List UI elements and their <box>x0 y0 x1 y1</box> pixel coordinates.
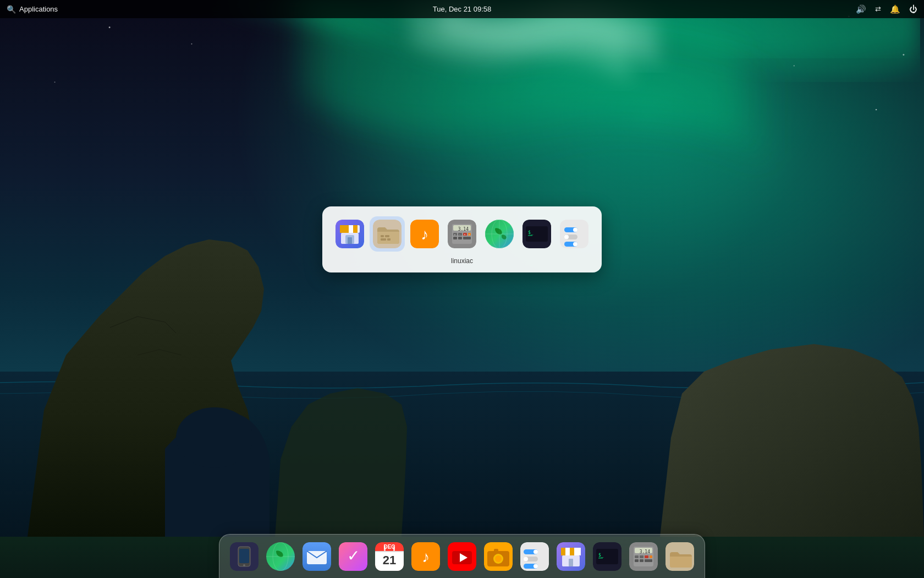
svg-rect-21 <box>381 238 386 241</box>
svg-text:$_: $_ <box>528 230 534 235</box>
app-switcher: ♪ 3.14 + - × <box>322 206 602 272</box>
svg-text:+: + <box>454 233 456 236</box>
svg-rect-13 <box>349 225 353 233</box>
notifications-icon[interactable]: 🔔 <box>890 4 900 14</box>
svg-text:×: × <box>464 233 466 236</box>
svg-rect-74 <box>384 546 386 551</box>
dock-mail[interactable] <box>301 541 333 572</box>
svg-point-92 <box>534 564 538 568</box>
svg-text:÷: ÷ <box>469 233 470 236</box>
dock-toggle[interactable] <box>519 541 551 572</box>
svg-text:3.14: 3.14 <box>458 227 469 232</box>
svg-rect-112 <box>650 555 652 558</box>
svg-rect-34 <box>458 237 462 239</box>
volume-icon[interactable]: 🔊 <box>856 4 866 14</box>
svg-rect-17 <box>348 237 352 244</box>
svg-rect-100 <box>569 559 573 566</box>
dock-terminal[interactable]: $_ <box>591 541 623 572</box>
svg-text:$_: $_ <box>598 553 604 558</box>
switcher-terminal-icon[interactable]: $_ <box>519 216 554 252</box>
dock-store[interactable] <box>555 541 587 572</box>
network-icon[interactable]: ⇄ <box>875 5 881 13</box>
svg-rect-98 <box>574 548 581 555</box>
svg-rect-75 <box>393 546 395 551</box>
dock-files[interactable] <box>664 541 696 572</box>
dock-youtube[interactable] <box>446 541 478 572</box>
svg-rect-85 <box>494 549 498 552</box>
search-icon: 🔍 <box>7 5 16 14</box>
svg-text:3.14: 3.14 <box>640 549 650 554</box>
svg-point-54 <box>564 235 569 239</box>
switcher-browser-icon[interactable] <box>482 216 517 252</box>
switcher-files-icon[interactable] <box>370 216 405 252</box>
dock-tasks[interactable]: ✓ <box>337 541 369 572</box>
svg-text:♪: ♪ <box>421 226 428 243</box>
svg-rect-33 <box>453 237 457 239</box>
svg-rect-114 <box>640 559 644 562</box>
dock-photos[interactable] <box>482 541 514 572</box>
app-label[interactable]: Applications <box>19 5 58 13</box>
switcher-toggle-icon[interactable] <box>557 216 592 252</box>
svg-rect-111 <box>645 555 648 558</box>
power-icon[interactable]: ⏻ <box>909 4 917 14</box>
svg-point-90 <box>524 557 528 561</box>
dock-browser[interactable] <box>265 541 296 572</box>
dock-scrcpy[interactable] <box>228 541 260 572</box>
svg-rect-49 <box>528 235 532 236</box>
switcher-label: linuxiac <box>451 257 473 265</box>
svg-rect-22 <box>387 238 391 241</box>
svg-rect-14 <box>353 225 358 233</box>
dock: ✓ DEC 21 ♪ <box>219 534 705 578</box>
menubar-datetime: Tue, Dec 21 09:58 <box>433 5 491 13</box>
svg-rect-11 <box>340 225 344 233</box>
svg-rect-115 <box>645 559 652 562</box>
app-switcher-icons: ♪ 3.14 + - × <box>332 216 592 252</box>
menubar: 🔍 Applications Tue, Dec 21 09:58 🔊 ⇄ 🔔 ⏻ <box>0 0 924 18</box>
svg-rect-113 <box>635 559 639 562</box>
svg-point-8 <box>176 407 253 468</box>
svg-text:♪: ♪ <box>422 548 430 565</box>
svg-rect-20 <box>385 235 389 237</box>
svg-rect-97 <box>570 548 574 555</box>
svg-rect-95 <box>561 548 565 555</box>
switcher-music-icon[interactable]: ♪ <box>407 216 442 252</box>
svg-rect-109 <box>635 555 639 558</box>
svg-rect-12 <box>344 225 349 233</box>
svg-rect-104 <box>598 558 603 559</box>
svg-rect-35 <box>463 237 471 239</box>
svg-rect-59 <box>239 549 249 563</box>
svg-rect-96 <box>565 548 570 555</box>
switcher-calculator-icon[interactable]: 3.14 + - × ÷ <box>444 216 480 252</box>
svg-point-56 <box>573 242 578 247</box>
dock-calculator[interactable]: 3.14 <box>628 541 659 572</box>
dock-calendar[interactable]: DEC 21 <box>373 541 405 572</box>
menubar-left: 🔍 Applications <box>7 5 58 14</box>
svg-rect-110 <box>640 555 644 558</box>
svg-text:✓: ✓ <box>347 547 360 564</box>
svg-point-88 <box>534 549 538 554</box>
svg-rect-19 <box>381 235 384 237</box>
svg-point-52 <box>573 228 578 232</box>
switcher-store-icon[interactable] <box>332 216 367 252</box>
menubar-right: 🔊 ⇄ 🔔 ⏻ <box>856 4 917 14</box>
svg-rect-71 <box>375 551 404 552</box>
svg-point-84 <box>495 555 502 562</box>
dock-music[interactable]: ♪ <box>410 541 442 572</box>
svg-text:21: 21 <box>383 553 396 567</box>
svg-point-60 <box>243 564 245 566</box>
